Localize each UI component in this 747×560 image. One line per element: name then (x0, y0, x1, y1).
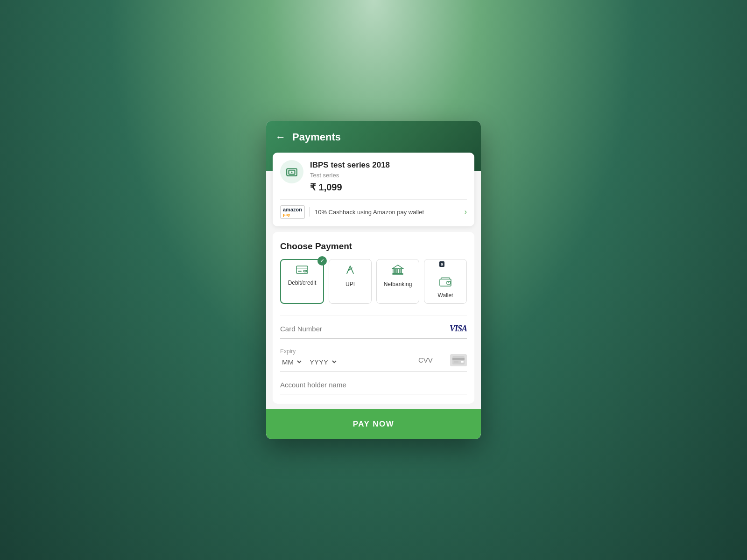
svg-point-2 (291, 172, 292, 173)
payment-section: Choose Payment ✓ Debit/credit (273, 232, 474, 404)
cashback-divider (310, 207, 310, 217)
svg-rect-19 (454, 361, 458, 363)
product-info: IBPS test series 2018 Test series ₹ 1,09… (280, 160, 467, 192)
cvv-input[interactable] (418, 356, 446, 364)
svg-rect-18 (452, 358, 465, 360)
payment-option-debit-credit[interactable]: ✓ Debit/credit (280, 259, 324, 304)
cashback-text: 10% Cashback using Amazon pay wallet (315, 209, 460, 216)
amazon-logo: amazonpay (280, 205, 305, 219)
svg-rect-3 (296, 266, 308, 273)
expiry-group: MM 010203 040506 070809 101112 YYYY 2024… (280, 357, 369, 366)
netbanking-icon (392, 264, 404, 278)
product-price: ₹ 1,099 (310, 182, 467, 193)
svg-rect-11 (400, 269, 402, 273)
payment-option-upi[interactable]: UPI (329, 259, 372, 304)
svg-rect-8 (393, 269, 395, 273)
svg-rect-17 (452, 356, 465, 364)
payment-option-netbanking[interactable]: Netbanking (376, 259, 419, 304)
expiry-cvv-row: Expiry MM 010203 040506 070809 101112 YY… (280, 348, 467, 371)
card-number-field: VISA (280, 324, 467, 339)
pay-now-button[interactable]: PAY NOW (266, 409, 481, 439)
payment-options: ✓ Debit/credit (280, 259, 467, 304)
wallet-label: Wallet (438, 292, 453, 299)
upi-icon (345, 264, 355, 278)
expiry-label: Expiry (280, 348, 369, 355)
wallet-icon (439, 277, 451, 289)
month-select[interactable]: MM 010203 040506 070809 101112 (280, 357, 303, 366)
visa-logo: VISA (450, 324, 467, 334)
svg-point-16 (448, 282, 449, 283)
expiry-col: Expiry MM 010203 040506 070809 101112 YY… (280, 348, 369, 366)
svg-rect-4 (296, 268, 308, 269)
cvv-col (378, 354, 467, 366)
product-type: Test series (310, 172, 467, 179)
page-title: Payments (292, 131, 341, 143)
svg-marker-12 (392, 265, 403, 269)
netbanking-label: Netbanking (384, 281, 412, 287)
svg-rect-9 (395, 269, 397, 273)
card-form: VISA Expiry MM 010203 040506 070809 1011… (280, 315, 467, 394)
svg-rect-20 (461, 361, 464, 363)
upi-label: UPI (345, 281, 355, 287)
account-holder-input[interactable] (280, 381, 467, 389)
choose-payment-title: Choose Payment (280, 241, 467, 252)
svg-rect-14 (440, 279, 451, 286)
card-number-row: VISA (280, 324, 467, 334)
cashback-arrow-icon: › (465, 208, 467, 216)
selected-checkmark: ✓ (317, 256, 327, 266)
product-details: IBPS test series 2018 Test series ₹ 1,09… (310, 160, 467, 192)
debit-credit-label: Debit/credit (288, 280, 317, 286)
payment-screen: ← Payments IBPS test series 2018 Test se… (266, 121, 481, 439)
svg-rect-5 (298, 271, 302, 272)
svg-point-7 (305, 270, 307, 272)
cvv-card-icon (450, 354, 467, 366)
debit-credit-icon (296, 265, 308, 277)
cashback-banner[interactable]: amazonpay 10% Cashback using Amazon pay … (280, 199, 467, 219)
account-holder-field (280, 381, 467, 394)
back-button[interactable]: ← (275, 131, 286, 143)
year-select[interactable]: YYYY 202420252026 202720282029 2030 (308, 357, 338, 366)
product-name: IBPS test series 2018 (310, 160, 467, 170)
payment-option-wallet[interactable]: a Wallet (424, 259, 467, 304)
card-number-input[interactable] (280, 325, 450, 333)
svg-rect-10 (398, 269, 399, 273)
amazon-badge: a (439, 261, 444, 267)
svg-rect-13 (393, 273, 403, 274)
product-card: IBPS test series 2018 Test series ₹ 1,09… (273, 153, 474, 226)
product-icon (280, 160, 303, 183)
